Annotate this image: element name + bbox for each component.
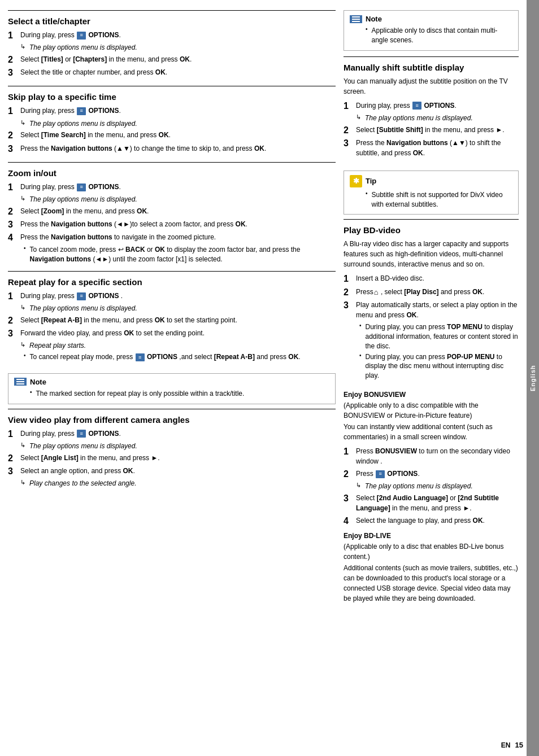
arrow-2-bonusview: ↳ The play options menu is displayed. xyxy=(356,482,519,491)
step-1-skip: 1 During play, press ≡ OPTIONS. xyxy=(8,106,336,116)
bullet-zoom-cancel: • To cancel zoom mode, press ↩ BACK or O… xyxy=(24,245,336,264)
bonusview-intro2: You can instantly view additional conten… xyxy=(344,422,519,442)
note-box-multi: Note • Applicable only to discs that con… xyxy=(344,10,519,51)
arrow-1-skip: ↳ The play options menu is displayed. xyxy=(20,119,336,129)
bullet-repeat-cancel: • To cancel repeat play mode, press ≡ OP… xyxy=(24,352,336,362)
step-1-zoom: 1 During play, press ≡ OPTIONS. xyxy=(8,182,336,193)
left-column: Select a title/chapter 1 During play, pr… xyxy=(8,10,336,746)
section-title-bd: Play BD-video xyxy=(344,225,519,235)
subtitle-intro: You can manually adjust the subtitle pos… xyxy=(344,76,519,97)
options-icon-subtitle1: ≡ xyxy=(412,102,421,110)
step-2-subtitle: 2 Select [Subtitle Shift] in the menu, a… xyxy=(344,125,519,136)
step-2-select: 2 Select [Titles] or [Chapters] in the m… xyxy=(8,54,336,65)
tip-content: • Subtitle shift is not supported for Di… xyxy=(366,190,512,209)
note-icon-repeat xyxy=(14,378,27,386)
note-content-repeat: • The marked section for repeat play is … xyxy=(30,389,329,399)
tip-label: Tip xyxy=(366,177,376,185)
step-3-camera: 3 Select an angle option, and press OK. xyxy=(8,466,336,477)
arrow-3a-repeat: ↳ Repeat play starts. xyxy=(20,341,336,351)
arrow-1-zoom: ↳ The play options menu is displayed. xyxy=(20,195,336,204)
section-title-zoom: Zoom in/out xyxy=(8,168,336,178)
arrow-1-camera: ↳ The play options menu is displayed. xyxy=(20,442,336,451)
note-label-multi: Note xyxy=(366,15,382,23)
bonusview-intro1: (Applicable only to a disc compatible wi… xyxy=(344,400,519,421)
step-3-select: 3 Select the title or chapter number, an… xyxy=(8,67,336,78)
section-zoom: Zoom in/out 1 During play, press ≡ OPTIO… xyxy=(8,162,336,271)
tip-header: ✱ Tip xyxy=(350,175,512,187)
step-1-select: 1 During play, press ≡ OPTIONS. xyxy=(8,30,336,41)
section-title-skip: Skip play to a specific time xyxy=(8,92,336,102)
options-icon-repeat-cancel: ≡ xyxy=(136,353,145,361)
step-1-camera: 1 During play, press ≡ OPTIONS. xyxy=(8,429,336,439)
step-2-skip: 2 Select [Time Search] in the menu, and … xyxy=(8,130,336,141)
step-1-repeat: 1 During play, press ≡ OPTIONS . xyxy=(8,291,336,301)
step-2-camera: 2 Select [Angle List] in the menu, and p… xyxy=(8,453,336,464)
step-1-bd: 1 Insert a BD-video disc. xyxy=(344,273,519,284)
section-title-select: Select a title/chapter xyxy=(8,16,336,26)
tip-icon: ✱ xyxy=(350,175,362,187)
arrow-1-repeat: ↳ The play options menu is displayed. xyxy=(20,304,336,313)
step-3-bd: 3 Play automatically starts, or select a… xyxy=(344,300,519,320)
en-label: EN xyxy=(501,741,511,749)
step-1-bonusview: 1 Press BONUSVIEW to turn on the seconda… xyxy=(344,446,519,466)
section-repeat-play: Repeat play for a specific section 1 Dur… xyxy=(8,271,336,369)
section-title-subtitle: Manually shift subtitle display xyxy=(344,63,519,72)
step-2-bonusview: 2 Press ≡ OPTIONS. xyxy=(344,469,519,479)
section-title-repeat: Repeat play for a specific section xyxy=(8,277,336,287)
bd-live-intro1: (Applicable only to a disc that enables … xyxy=(344,541,519,562)
options-icon-camera1: ≡ xyxy=(77,430,86,438)
options-icon: ≡ xyxy=(77,32,86,40)
page-number: 15 xyxy=(515,741,523,749)
note-header-repeat: Note xyxy=(14,378,329,386)
step-3-bonusview: 3 Select [2nd Audio Language] or [2nd Su… xyxy=(344,493,519,513)
page-footer: EN 15 xyxy=(501,741,523,749)
note-content-multi: • Applicable only to discs that contain … xyxy=(366,26,512,45)
options-icon-zoom1: ≡ xyxy=(77,183,86,191)
side-tab-label: English xyxy=(529,365,536,391)
note-icon-multi xyxy=(350,15,362,23)
side-tab: English xyxy=(527,0,539,756)
bd-live-intro2: Additional contents (such as movie trail… xyxy=(344,563,519,604)
step-3-subtitle: 3 Press the Navigation buttons (▲▼) to s… xyxy=(344,138,519,158)
options-icon-skip1: ≡ xyxy=(77,107,86,115)
bd-live-title: Enjoy BD-LIVE xyxy=(344,532,519,540)
page-container: Select a title/chapter 1 During play, pr… xyxy=(0,0,539,756)
bonusview-title: Enjoy BONUSVIEW xyxy=(344,391,519,399)
arrow-1-subtitle: ↳ The play options menu is displayed. xyxy=(356,113,519,123)
arrow-1-select: ↳ The play options menu is displayed. xyxy=(20,43,336,53)
step-3-repeat: 3 Forward the video play, and press OK t… xyxy=(8,328,336,339)
section-subtitle-display: Manually shift subtitle display You can … xyxy=(344,56,519,166)
section-bd-video: Play BD-video A Blu-ray video disc has a… xyxy=(344,219,519,387)
bullet-bd-popup: • During play, you can press POP-UP MENU… xyxy=(359,352,519,381)
step-1-subtitle: 1 During play, press ≡ OPTIONS. xyxy=(344,100,519,111)
right-column: Note • Applicable only to discs that con… xyxy=(344,10,519,746)
step-4-bonusview: 4 Select the language to play, and press… xyxy=(344,515,519,526)
tip-box-subtitle: ✱ Tip • Subtitle shift is not supported … xyxy=(344,171,519,215)
note-label-repeat: Note xyxy=(30,378,46,386)
step-3-skip: 3 Press the Navigation buttons (▲▼) to c… xyxy=(8,143,336,154)
main-content: Select a title/chapter 1 During play, pr… xyxy=(0,0,527,756)
section-select-title: Select a title/chapter 1 During play, pr… xyxy=(8,10,336,86)
section-skip-play: Skip play to a specific time 1 During pl… xyxy=(8,86,336,161)
step-2-zoom: 2 Select [Zoom] in the menu, and press O… xyxy=(8,206,336,217)
home-icon: ⌂ xyxy=(374,287,379,298)
step-2-repeat: 2 Select [Repeat A-B] in the menu, and p… xyxy=(8,315,336,326)
note-header-multi: Note xyxy=(350,15,512,23)
arrow-3-camera: ↳ Play changes to the selected angle. xyxy=(20,479,336,488)
step-3-zoom: 3 Press the Navigation buttons (◄►)to se… xyxy=(8,219,336,230)
step-2-bd: 2 Press⌂ , select [Play Disc] and press … xyxy=(344,287,519,298)
bullet-bd-topmenu: • During play, you can press TOP MENU to… xyxy=(359,322,519,351)
section-camera-angles: View video play from different camera an… xyxy=(8,409,336,496)
section-title-camera: View video play from different camera an… xyxy=(8,415,336,425)
options-icon-repeat1: ≡ xyxy=(77,292,86,300)
options-icon-bonusview: ≡ xyxy=(376,470,385,478)
bd-video-intro: A Blu-ray video disc has a larger capaci… xyxy=(344,239,519,269)
note-box-repeat: Note • The marked section for repeat pla… xyxy=(8,373,336,404)
step-4-zoom: 4 Press the Navigation buttons to naviga… xyxy=(8,232,336,243)
